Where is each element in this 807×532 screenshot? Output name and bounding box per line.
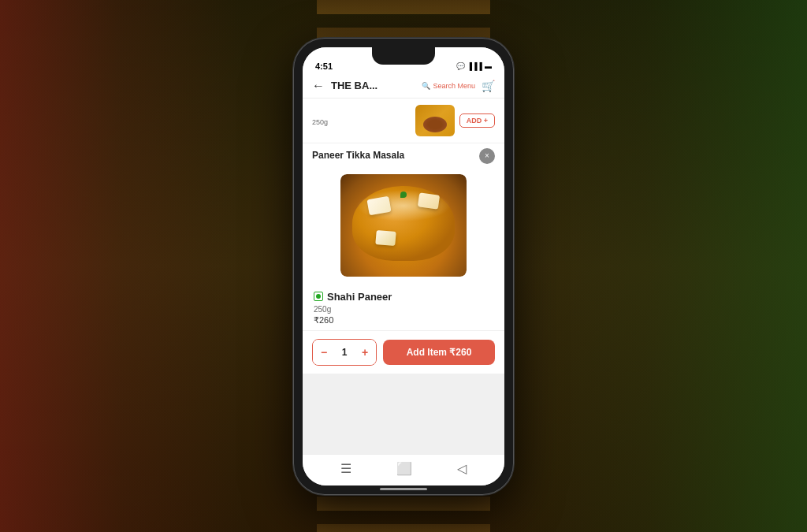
prev-item-weight: 250g (312, 118, 328, 126)
bottom-nav: ☰ ⬜ ◁ (303, 454, 504, 485)
status-time: 4:51 (315, 61, 333, 71)
signal-icon: ▐▐▐ (467, 62, 482, 70)
phone-mockup: 4:51 💬 ▐▐▐ ▬ ← THE BA... 🔍 Search Menu 🛒 (293, 38, 514, 495)
back-nav-icon[interactable]: ◁ (457, 461, 467, 476)
phone-notch (372, 47, 435, 65)
qty-minus-button[interactable]: − (313, 340, 335, 365)
food-image-container (303, 169, 504, 283)
dish-paneer-3 (375, 230, 396, 246)
action-bar: − 1 + Add Item ₹260 (303, 330, 504, 374)
prev-item-row: 250g ADD + (303, 99, 504, 143)
item-info: Shahi Paneer 250g ₹260 (303, 283, 504, 330)
detail-card: Shahi Paneer 250g ₹260 − 1 + Add Item ₹2… (303, 169, 504, 374)
home-icon[interactable]: ⬜ (396, 461, 412, 476)
dish-paneer-2 (418, 192, 440, 209)
prev-item-info: 250g (312, 113, 415, 128)
veg-badge-row: Shahi Paneer (314, 291, 493, 303)
restaurant-title: THE BA... (331, 80, 415, 91)
item-price: ₹260 (314, 315, 493, 326)
food-image (340, 174, 467, 277)
cart-icon[interactable]: 🛒 (482, 80, 495, 92)
veg-dot (316, 294, 321, 299)
partial-item-name: Paneer Tikka Masala (312, 150, 479, 162)
menu-icon[interactable]: ☰ (340, 461, 351, 476)
qty-plus-button[interactable]: + (354, 340, 376, 365)
item-weight: 250g (314, 305, 493, 314)
whatsapp-icon: 💬 (456, 62, 465, 70)
veg-icon (314, 292, 323, 301)
scroll-area: 250g ADD + Paneer Tikka Masala × (303, 99, 504, 454)
phone-frame: 4:51 💬 ▐▐▐ ▬ ← THE BA... 🔍 Search Menu 🛒 (293, 38, 514, 495)
search-label: Search Menu (433, 82, 475, 90)
battery-icon: ▬ (485, 62, 492, 70)
status-icons: 💬 ▐▐▐ ▬ (456, 62, 492, 70)
prev-add-button[interactable]: ADD + (459, 113, 495, 128)
item-name: Shahi Paneer (327, 291, 392, 303)
partial-item-row: Paneer Tikka Masala × (303, 143, 504, 169)
close-button[interactable]: × (479, 148, 495, 164)
dish-herb (400, 192, 407, 198)
back-button[interactable]: ← (312, 79, 325, 93)
add-item-button[interactable]: Add Item ₹260 (383, 340, 495, 365)
qty-value: 1 (335, 347, 354, 358)
dish-bowl (340, 174, 467, 277)
search-menu-button[interactable]: 🔍 Search Menu (422, 82, 475, 90)
search-icon: 🔍 (422, 82, 430, 90)
home-indicator (380, 488, 427, 490)
prev-item-image (415, 105, 455, 136)
nav-bar: ← THE BA... 🔍 Search Menu 🛒 (303, 74, 504, 99)
quantity-control: − 1 + (312, 339, 377, 366)
phone-screen: 4:51 💬 ▐▐▐ ▬ ← THE BA... 🔍 Search Menu 🛒 (303, 47, 504, 485)
